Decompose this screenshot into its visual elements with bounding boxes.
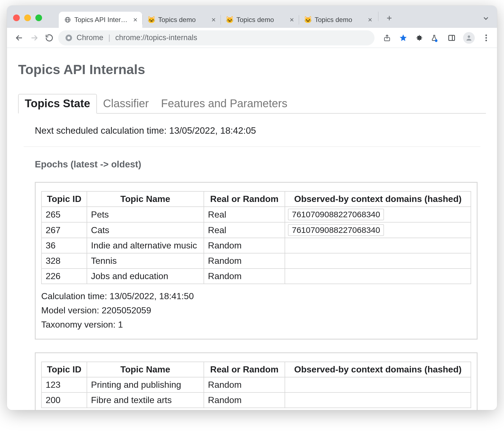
hash-value: 7610709088227068340 xyxy=(288,209,384,220)
table-row: 267CatsReal7610709088227068340 xyxy=(41,222,471,238)
svg-point-23 xyxy=(485,37,487,39)
window-minimize-icon[interactable] xyxy=(24,14,31,21)
table-header: Observed-by context domains (hashed) xyxy=(285,362,471,377)
profile-button[interactable] xyxy=(463,32,475,44)
kebab-icon xyxy=(485,34,487,42)
tab-close-button[interactable] xyxy=(368,17,373,22)
svg-rect-19 xyxy=(449,35,455,40)
svg-point-21 xyxy=(468,35,470,38)
epoch-box: Topic IDTopic NameReal or RandomObserved… xyxy=(35,182,478,340)
table-header: Real or Random xyxy=(204,191,285,207)
share-icon xyxy=(383,34,391,42)
browser-tab-title: Topics demo xyxy=(315,16,352,24)
cat-favicon-icon: 🐱 xyxy=(148,16,155,24)
table-header: Observed-by context domains (hashed) xyxy=(285,191,471,207)
cell-real-or-random: Random xyxy=(204,392,285,408)
page-content: Topics API Internals Topics StateClassif… xyxy=(7,48,497,410)
meta-line: Model version: 2205052059 xyxy=(41,303,471,318)
reload-button[interactable] xyxy=(43,32,55,44)
menu-button[interactable] xyxy=(481,33,491,43)
svg-point-24 xyxy=(485,40,487,41)
browser-tab[interactable]: Topics API Internals xyxy=(59,12,142,28)
close-icon xyxy=(211,17,216,22)
close-icon xyxy=(133,17,138,22)
cell-topic-id: 226 xyxy=(41,269,87,284)
browser-tab-title: Topics demo xyxy=(158,16,196,24)
chevron-down-icon xyxy=(482,14,490,22)
side-panel-button[interactable] xyxy=(447,33,456,43)
new-tab-button[interactable] xyxy=(383,12,395,24)
close-icon xyxy=(289,17,294,22)
window-close-icon[interactable] xyxy=(13,14,20,21)
hash-value: 7610709088227068340 xyxy=(288,224,384,236)
cell-topic-name: Cats xyxy=(87,222,204,238)
browser-tab-title: Topics API Internals xyxy=(74,16,130,24)
cell-observed-hash: 7610709088227068340 xyxy=(285,222,471,238)
cell-topic-id: 267 xyxy=(41,222,87,238)
table-row: 328TennisRandom xyxy=(41,253,471,269)
page-title: Topics API Internals xyxy=(18,62,486,77)
forward-button[interactable] xyxy=(28,32,40,44)
star-filled-icon xyxy=(399,34,407,42)
labs-button[interactable] xyxy=(431,33,440,43)
cell-real-or-random: Random xyxy=(204,377,285,392)
cell-topic-name: Fibre and textile arts xyxy=(87,392,204,408)
cell-observed-hash xyxy=(285,253,471,269)
cell-topic-name: Jobs and education xyxy=(87,269,204,284)
tab-close-button[interactable] xyxy=(133,17,138,22)
table-row: 200Fibre and textile artsRandom xyxy=(41,392,471,408)
tab-close-button[interactable] xyxy=(289,17,294,22)
tab-overflow-button[interactable] xyxy=(482,14,490,22)
window-controls xyxy=(13,14,42,21)
share-button[interactable] xyxy=(382,33,392,43)
svg-marker-18 xyxy=(400,34,407,41)
tab-separator xyxy=(378,12,378,21)
cell-topic-name: Tennis xyxy=(87,253,204,269)
table-row: 36Indie and alternative musicRandom xyxy=(41,238,471,253)
cell-observed-hash xyxy=(285,392,471,408)
svg-point-16 xyxy=(67,36,70,39)
back-button[interactable] xyxy=(13,32,25,44)
browser-tab[interactable]: 🐱Topics demo xyxy=(299,12,377,28)
tab-strip: Topics API Internals🐱Topics demo🐱Topics … xyxy=(7,6,497,28)
omnibox-divider: | xyxy=(107,33,111,42)
content-tab[interactable]: Classifier xyxy=(97,94,155,113)
cell-topic-name: Printing and publishing xyxy=(87,377,204,392)
content-tab[interactable]: Features and Parameters xyxy=(155,94,293,113)
meta-line: Taxonomy version: 1 xyxy=(41,318,471,332)
omnibox[interactable]: Chrome | chrome://topics-internals xyxy=(58,30,375,45)
browser-tab-title: Topics demo xyxy=(236,16,274,24)
omnibox-scheme-label: Chrome xyxy=(77,33,103,42)
globe-favicon-icon xyxy=(64,16,72,24)
browser-tab[interactable]: 🐱Topics demo xyxy=(143,12,221,28)
omnibox-url: chrome://topics-internals xyxy=(115,33,197,42)
table-row: 226Jobs and educationRandom xyxy=(41,269,471,284)
cat-favicon-icon: 🐱 xyxy=(226,16,234,24)
cell-observed-hash: 7610709088227068340 xyxy=(285,207,471,222)
table-row: 265PetsReal7610709088227068340 xyxy=(41,207,471,222)
content-tabs: Topics StateClassifierFeatures and Param… xyxy=(18,94,486,114)
extensions-button[interactable] xyxy=(415,33,424,43)
window-zoom-icon[interactable] xyxy=(35,14,42,21)
tab-close-button[interactable] xyxy=(211,17,216,22)
chrome-logo-icon xyxy=(65,34,73,42)
divider xyxy=(24,147,480,147)
epochs-heading: Epochs (latest -> oldest) xyxy=(35,159,480,170)
topics-table: Topic IDTopic NameReal or RandomObserved… xyxy=(41,362,471,408)
plus-icon xyxy=(386,15,393,21)
cell-real-or-random: Random xyxy=(204,269,285,284)
bookmark-button[interactable] xyxy=(398,33,408,43)
epoch-box: Topic IDTopic NameReal or RandomObserved… xyxy=(35,352,478,410)
cell-real-or-random: Real xyxy=(204,222,285,238)
browser-tab[interactable]: 🐱Topics demo xyxy=(221,12,299,28)
puzzle-icon xyxy=(415,34,423,42)
svg-point-22 xyxy=(485,34,487,36)
cell-topic-name: Pets xyxy=(87,207,204,222)
panel-icon xyxy=(448,34,456,42)
cell-real-or-random: Random xyxy=(204,238,285,253)
next-calc-time: Next scheduled calculation time: 13/05/2… xyxy=(35,125,480,136)
close-icon xyxy=(368,17,373,22)
table-header: Topic Name xyxy=(87,191,204,207)
content-tab[interactable]: Topics State xyxy=(18,94,97,114)
toolbar: Chrome | chrome://topics-internals xyxy=(7,28,497,48)
